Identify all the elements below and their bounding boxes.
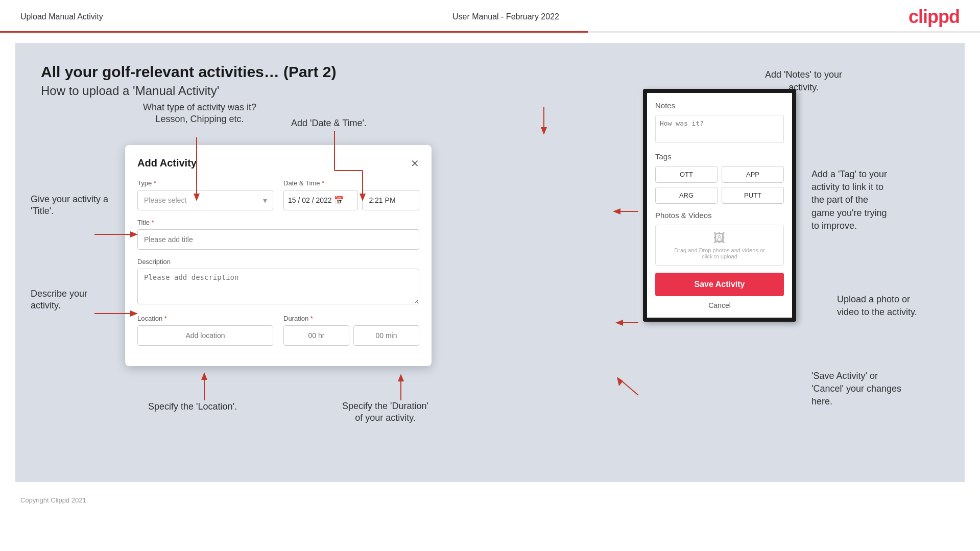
title-group: Title * — [137, 219, 419, 250]
tag-ott[interactable]: OTT — [655, 166, 718, 183]
tags-grid: OTT APP ARG PUTT — [655, 166, 784, 204]
duration-label: Duration * — [283, 315, 419, 322]
location-duration-row: Location * Duration * — [137, 315, 419, 346]
type-select[interactable]: Please select — [137, 190, 273, 210]
duration-min-field — [353, 325, 419, 346]
annotation-describe: Describe youractivity. — [31, 288, 87, 312]
photos-upload-area[interactable]: 🖼 Drag and Drop photos and videos orclic… — [655, 225, 784, 266]
svg-line-22 — [620, 380, 638, 395]
dialog-header: Add Activity ✕ — [137, 157, 419, 169]
title-required: * — [152, 219, 154, 226]
date-value: 15 / 02 / 2022 — [288, 196, 332, 204]
location-label: Location * — [137, 315, 273, 322]
close-button[interactable]: ✕ — [411, 158, 419, 169]
upload-icon: 🖼 — [713, 231, 726, 245]
header-center: User Manual - February 2022 — [452, 12, 559, 21]
duration-required: * — [310, 315, 313, 322]
add-activity-dialog: Add Activity ✕ Type * Please select Date… — [125, 145, 432, 366]
footer: Copyright Clippd 2021 — [0, 492, 980, 508]
location-group: Location * — [137, 315, 273, 346]
annotation-save: 'Save Activity' or'Cancel' your changesh… — [811, 370, 954, 409]
annotation-duration: Specify the 'Duration'of your activity. — [342, 400, 428, 424]
tags-section: Tags OTT APP ARG PUTT — [655, 152, 784, 204]
duration-group: Duration * — [283, 315, 419, 346]
duration-min-input[interactable] — [353, 325, 419, 346]
description-group: Description — [137, 258, 419, 306]
header: Upload Manual Activity User Manual - Feb… — [0, 0, 980, 33]
annotation-date-time: Add 'Date & Time'. — [291, 117, 367, 130]
type-group: Type * Please select — [137, 179, 273, 210]
annotation-upload: Upload a photo orvideo to the activity. — [837, 293, 954, 319]
cancel-link[interactable]: Cancel — [655, 301, 784, 309]
duration-hr-field — [283, 325, 349, 346]
type-datetime-row: Type * Please select Date & Time * 15 / … — [137, 179, 419, 210]
date-input[interactable]: 15 / 02 / 2022 📅 — [283, 190, 358, 210]
duration-inputs — [283, 325, 419, 346]
upload-text: Drag and Drop photos and videos orclick … — [674, 247, 764, 259]
calendar-icon: 📅 — [334, 196, 344, 205]
annotation-tag: Add a 'Tag' to youractivity to link it t… — [811, 168, 954, 232]
annotation-what-type: What type of activity was it?Lesson, Chi… — [143, 102, 256, 126]
svg-marker-21 — [615, 320, 623, 326]
tag-app[interactable]: APP — [722, 166, 784, 183]
app-panel: Notes Tags OTT APP ARG PUTT Photos & Vid… — [643, 89, 796, 322]
tag-putt[interactable]: PUTT — [722, 187, 784, 204]
datetime-required: * — [322, 179, 324, 187]
location-required: * — [164, 315, 167, 322]
type-required: * — [154, 179, 156, 187]
type-label: Type * — [137, 179, 273, 187]
app-content: Notes Tags OTT APP ARG PUTT Photos & Vid… — [647, 93, 792, 318]
svg-marker-15 — [398, 374, 404, 381]
notes-textarea[interactable] — [655, 115, 784, 143]
dialog-title: Add Activity — [137, 157, 197, 169]
header-left: Upload Manual Activity — [20, 12, 103, 21]
main-content: All your golf-relevant activities… (Part… — [15, 43, 965, 482]
datetime-inputs: 15 / 02 / 2022 📅 2:21 PM — [283, 190, 419, 210]
svg-marker-17 — [541, 127, 547, 135]
photos-section: Photos & Videos 🖼 Drag and Drop photos a… — [655, 211, 784, 266]
tag-arg[interactable]: ARG — [655, 187, 718, 204]
title-label: Title * — [137, 219, 419, 226]
datetime-group: Date & Time * 15 / 02 / 2022 📅 2:21 PM — [283, 179, 419, 210]
annotation-give-title: Give your activity a'Title'. — [31, 194, 108, 218]
time-value: 2:21 PM — [369, 196, 395, 204]
notes-section-title: Notes — [655, 101, 784, 110]
annotation-location: Specify the 'Location'. — [148, 400, 237, 413]
description-label: Description — [137, 258, 419, 266]
copyright: Copyright Clippd 2021 — [20, 496, 86, 504]
datetime-label: Date & Time * — [283, 179, 419, 187]
location-input[interactable] — [137, 325, 273, 346]
time-input[interactable]: 2:21 PM — [362, 190, 419, 210]
title-input[interactable] — [137, 229, 419, 250]
description-textarea[interactable] — [137, 269, 419, 304]
svg-marker-13 — [201, 372, 207, 380]
duration-hr-input[interactable] — [283, 325, 349, 346]
logo: clippd — [909, 6, 960, 28]
save-activity-button[interactable]: Save Activity — [655, 273, 784, 296]
svg-marker-23 — [617, 377, 623, 386]
photos-section-title: Photos & Videos — [655, 211, 784, 220]
svg-marker-19 — [613, 208, 620, 214]
type-select-wrapper: Please select — [137, 190, 273, 210]
tags-section-title: Tags — [655, 152, 784, 161]
